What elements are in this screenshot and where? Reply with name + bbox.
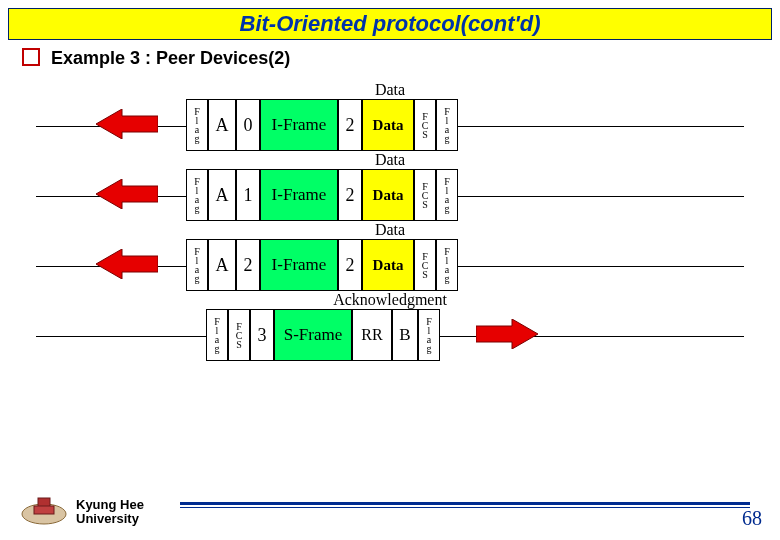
footer-rule [180, 502, 750, 508]
slide-title: Bit-Oriented protocol(cont'd) [240, 11, 541, 36]
flag-field: Flag [436, 169, 458, 221]
frame-row: DataFlagA2I-Frame2DataFCSFlag [36, 221, 744, 291]
row-caption: Data [36, 81, 744, 99]
iframe-label: I-Frame [260, 99, 338, 151]
s-frame: FlagFCS3S-FrameRRBFlag [206, 309, 440, 361]
flag-field: Flag [186, 169, 208, 221]
i-frame: FlagA0I-Frame2DataFCSFlag [186, 99, 458, 151]
row-caption: Acknowledgment [36, 291, 744, 309]
data-field: Data [362, 239, 414, 291]
address-field: A [208, 169, 236, 221]
bullet-icon [22, 48, 40, 66]
data-field: Data [362, 169, 414, 221]
fcs-field: FCS [414, 239, 436, 291]
fcs-field: FCS [228, 309, 250, 361]
address-field: B [392, 309, 418, 361]
title-bar: Bit-Oriented protocol(cont'd) [8, 8, 772, 40]
row-caption: Data [36, 221, 744, 239]
university-name-line2: University [76, 512, 144, 526]
footer: Kyung Hee University 68 [0, 482, 780, 532]
university-name-line1: Kyung Hee [76, 498, 144, 512]
arrow-left-icon [96, 109, 158, 139]
svg-rect-6 [34, 506, 54, 514]
ns-field: 0 [236, 99, 260, 151]
flag-field: Flag [206, 309, 228, 361]
flag-field: Flag [436, 239, 458, 291]
ns-field: 1 [236, 169, 260, 221]
frame-row: DataFlagA1I-Frame2DataFCSFlag [36, 151, 744, 221]
rr-field: RR [352, 309, 392, 361]
arrow-left-icon [96, 249, 158, 279]
nr-field: 2 [338, 99, 362, 151]
frame-row: DataFlagA0I-Frame2DataFCSFlag [36, 81, 744, 151]
row-caption: Data [36, 151, 744, 169]
nr-field: 3 [250, 309, 274, 361]
sframe-label: S-Frame [274, 309, 352, 361]
nr-field: 2 [338, 239, 362, 291]
ns-field: 2 [236, 239, 260, 291]
example-heading: Example 3 : Peer Devices(2) [22, 46, 780, 69]
svg-marker-2 [96, 249, 158, 279]
arrow-left-icon [96, 179, 158, 209]
flag-field: Flag [186, 99, 208, 151]
nr-field: 2 [338, 169, 362, 221]
address-field: A [208, 239, 236, 291]
i-frame: FlagA2I-Frame2DataFCSFlag [186, 239, 458, 291]
university-logo [20, 492, 68, 526]
flag-field: Flag [418, 309, 440, 361]
iframe-label: I-Frame [260, 169, 338, 221]
arrow-right-icon [476, 319, 538, 349]
example-heading-text: Example 3 : Peer Devices(2) [51, 48, 290, 68]
fcs-field: FCS [414, 99, 436, 151]
iframe-label: I-Frame [260, 239, 338, 291]
frame-row: AcknowledgmentFlagFCS3S-FrameRRBFlag [36, 291, 744, 361]
svg-marker-1 [96, 179, 158, 209]
i-frame: FlagA1I-Frame2DataFCSFlag [186, 169, 458, 221]
university-name: Kyung Hee University [76, 498, 144, 526]
svg-marker-0 [96, 109, 158, 139]
page-number: 68 [742, 507, 762, 530]
fcs-field: FCS [414, 169, 436, 221]
address-field: A [208, 99, 236, 151]
flag-field: Flag [436, 99, 458, 151]
svg-marker-3 [476, 319, 538, 349]
flag-field: Flag [186, 239, 208, 291]
data-field: Data [362, 99, 414, 151]
frame-diagram: DataFlagA0I-Frame2DataFCSFlagDataFlagA1I… [36, 81, 744, 411]
